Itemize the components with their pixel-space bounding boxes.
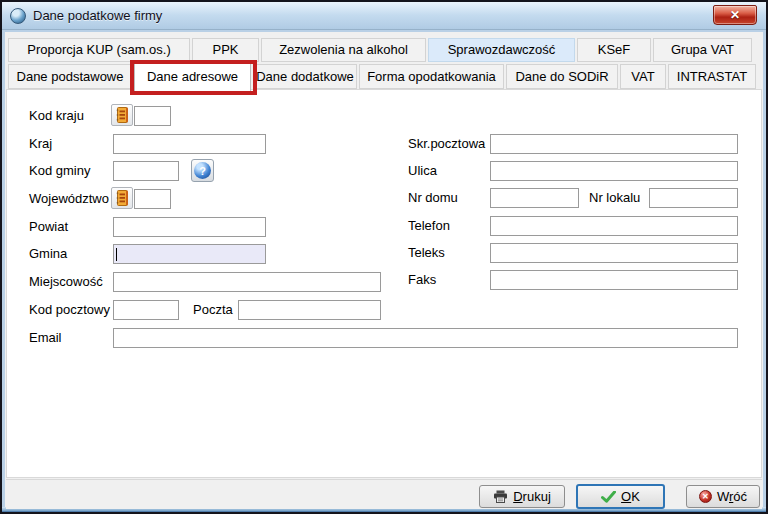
tab-ksef[interactable]: KSeF [577,38,651,62]
label-wojewodztwo: Województwo [29,191,109,207]
telefon-input[interactable] [490,216,738,236]
label-kod-pocztowy: Kod pocztowy [29,302,110,318]
tab-dane-do-sodir[interactable]: Dane do SODiR [506,64,618,89]
help-icon: ? [194,162,211,179]
drukuj-button[interactable]: Drukuj [479,485,565,508]
nr-domu-input[interactable] [490,188,579,208]
label-ulica: Ulica [408,163,437,179]
tab-strip-top: Proporcja KUP (sam.os.) PPK Zezwolenia n… [8,38,754,62]
check-icon [601,491,616,503]
close-button[interactable]: ✕ [713,5,757,25]
button-bar: Drukuj OK ✕ Wróć [6,479,762,509]
tab-vat[interactable]: VAT [620,64,666,89]
tab-intrastat[interactable]: INTRASTAT [668,64,756,89]
miejscowosc-input[interactable] [113,272,381,292]
label-telefon: Telefon [408,218,450,234]
tab-content-dane-adresowe: Kod kraju Kraj Kod gminy ? [6,89,762,478]
label-gmina: Gmina [29,246,67,262]
kod-gminy-help-button[interactable]: ? [191,159,214,182]
wojewodztwo-input[interactable] [134,189,171,209]
wroc-button-label: Wróć [717,489,747,504]
poczta-input[interactable] [238,300,381,320]
tab-grupa-vat[interactable]: Grupa VAT [653,38,752,62]
tab-ppk[interactable]: PPK [192,38,259,62]
dialog-client-area: Proporcja KUP (sam.os.) PPK Zezwolenia n… [5,32,763,507]
ok-button-label: OK [621,489,640,504]
teleks-input[interactable] [490,243,738,263]
dialog-dane-podatkowe-firmy: Dane podatkowe firmy ✕ Proporcja KUP (sa… [0,0,768,514]
window-title: Dane podatkowe firmy [33,8,162,23]
drukuj-button-label: Drukuj [513,489,551,504]
label-nr-lokalu: Nr lokalu [589,190,640,206]
wroc-button[interactable]: ✕ Wróć [686,485,760,508]
label-kod-kraju: Kod kraju [29,108,84,124]
label-miejscowosc: Miejscowość [29,274,103,290]
label-email: Email [29,330,62,346]
email-input[interactable] [113,328,738,348]
tab-dane-adresowe[interactable]: Dane adresowe [134,62,251,91]
title-bar[interactable]: Dane podatkowe firmy ✕ [2,2,766,30]
tab-sprawozdawczosc[interactable]: Sprawozdawczość [428,38,575,62]
label-kraj: Kraj [29,136,52,152]
wojewodztwo-lookup-button[interactable] [111,187,133,209]
label-nr-domu: Nr domu [408,190,458,206]
printer-icon [493,490,508,503]
label-powiat: Powiat [29,219,68,235]
label-skr-pocztowa: Skr.pocztowa [408,136,485,152]
text-caret [116,248,117,261]
tab-forma-opodatkowania[interactable]: Forma opodatkowania [359,64,504,89]
kod-kraju-input[interactable] [134,106,171,126]
cancel-icon: ✕ [699,490,712,503]
tab-strip-bottom: Dane podstawowe Dane adresowe Dane dodat… [8,64,758,91]
label-teleks: Teleks [408,245,445,261]
app-globe-icon [10,8,26,24]
address-book-icon [115,190,130,206]
label-poczta: Poczta [193,302,233,318]
ok-button[interactable]: OK [576,484,665,509]
tab-proporcja-kup[interactable]: Proporcja KUP (sam.os.) [8,38,190,62]
label-faks: Faks [408,272,436,288]
kod-kraju-lookup-button[interactable] [111,104,133,126]
nr-lokalu-input[interactable] [649,188,738,208]
kraj-input[interactable] [113,134,266,154]
tab-dane-dodatkowe[interactable]: Dane dodatkowe [253,64,357,89]
tab-zezwolenia-na-alkohol[interactable]: Zezwolenia na alkohol [261,38,426,62]
ulica-input[interactable] [490,161,738,181]
label-kod-gminy: Kod gminy [29,163,90,179]
faks-input[interactable] [490,270,738,290]
tab-dane-podstawowe[interactable]: Dane podstawowe [8,64,132,89]
powiat-input[interactable] [113,217,266,237]
gmina-input[interactable] [113,244,266,264]
kod-gminy-input[interactable] [113,161,179,181]
close-icon: ✕ [730,9,740,21]
address-book-icon [115,107,130,123]
skr-pocztowa-input[interactable] [490,134,738,154]
kod-pocztowy-input[interactable] [113,300,179,320]
